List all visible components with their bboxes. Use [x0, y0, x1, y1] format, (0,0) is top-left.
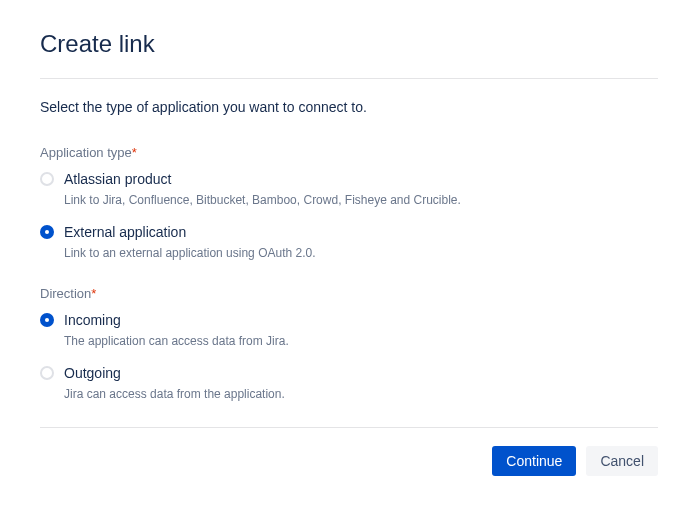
header-divider: [40, 78, 658, 79]
radio-icon: [40, 313, 54, 327]
radio-external-label: External application: [64, 223, 316, 241]
continue-button[interactable]: Continue: [492, 446, 576, 476]
cancel-button[interactable]: Cancel: [586, 446, 658, 476]
radio-external-description: Link to an external application using OA…: [64, 245, 316, 262]
radio-icon: [40, 225, 54, 239]
radio-atlassian-label: Atlassian product: [64, 170, 461, 188]
radio-incoming-description: The application can access data from Jir…: [64, 333, 289, 350]
radio-incoming[interactable]: Incoming The application can access data…: [40, 311, 658, 350]
direction-group: Direction* Incoming The application can …: [40, 286, 658, 403]
required-mark: *: [132, 145, 137, 160]
application-type-group: Application type* Atlassian product Link…: [40, 145, 658, 262]
radio-external-application[interactable]: External application Link to an external…: [40, 223, 658, 262]
radio-outgoing[interactable]: Outgoing Jira can access data from the a…: [40, 364, 658, 403]
application-type-label: Application type*: [40, 145, 658, 160]
application-type-label-text: Application type: [40, 145, 132, 160]
radio-icon: [40, 172, 54, 186]
radio-atlassian-description: Link to Jira, Confluence, Bitbucket, Bam…: [64, 192, 461, 209]
direction-label-text: Direction: [40, 286, 91, 301]
radio-icon: [40, 366, 54, 380]
instruction-text: Select the type of application you want …: [40, 99, 658, 115]
dialog-footer: Continue Cancel: [40, 446, 658, 476]
dialog-title: Create link: [40, 30, 658, 58]
radio-outgoing-label: Outgoing: [64, 364, 285, 382]
required-mark: *: [91, 286, 96, 301]
footer-divider: [40, 427, 658, 428]
radio-atlassian-product[interactable]: Atlassian product Link to Jira, Confluen…: [40, 170, 658, 209]
radio-outgoing-description: Jira can access data from the applicatio…: [64, 386, 285, 403]
radio-incoming-label: Incoming: [64, 311, 289, 329]
direction-label: Direction*: [40, 286, 658, 301]
